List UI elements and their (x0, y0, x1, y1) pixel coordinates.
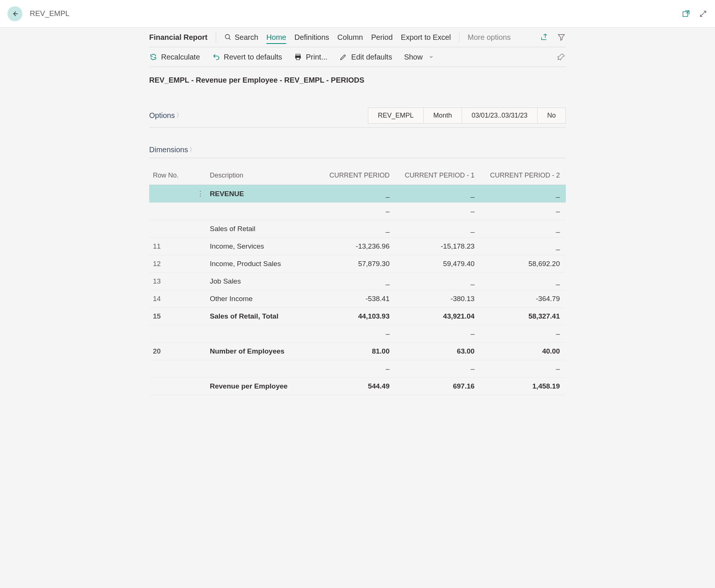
cell-rowno (149, 185, 194, 203)
arrow-left-icon (11, 10, 19, 17)
recalculate-icon (149, 53, 157, 61)
recalculate-label: Recalculate (161, 53, 200, 61)
tab-period[interactable]: Period (371, 33, 393, 42)
dimensions-toggle[interactable]: Dimensions 〉 (149, 142, 566, 158)
cell-rowno (149, 378, 194, 395)
option-box-date-range[interactable]: 03/01/23..03/31/23 (462, 108, 538, 124)
cell-value: _ (478, 220, 566, 238)
print-icon (294, 53, 302, 61)
table-row[interactable]: Revenue per Employee544.49697.161,458.19 (149, 378, 566, 395)
cell-rowno (149, 203, 194, 220)
share-icon (540, 33, 548, 41)
menu-divider-2 (459, 32, 459, 42)
pin-button[interactable] (557, 52, 566, 61)
cell-description (207, 360, 318, 378)
report-description: REV_EMPL - Revenue per Employee - REV_EM… (149, 67, 566, 89)
col-current[interactable]: CURRENT PERIOD (318, 167, 392, 185)
cell-value: 58,327.41 (478, 308, 566, 325)
table-row[interactable]: 12Income, Product Sales57,879.3059,479.4… (149, 255, 566, 273)
search-label: Search (235, 33, 258, 42)
cell-value: _ (392, 185, 477, 203)
cell-value: _ (318, 185, 392, 203)
tab-home[interactable]: Home (266, 33, 286, 44)
filter-button[interactable] (557, 33, 566, 42)
col-rowno[interactable]: Row No. (149, 167, 194, 185)
cell-value: 697.16 (392, 378, 477, 395)
option-boxes: REV_EMPL Month 03/01/23..03/31/23 No (368, 108, 566, 124)
row-menu-button (194, 290, 207, 308)
print-label: Print... (306, 53, 327, 61)
table-header-row: Row No. Description CURRENT PERIOD CURRE… (149, 167, 566, 185)
cell-description: Number of Employees (207, 343, 318, 360)
cell-rowno: 13 (149, 273, 194, 290)
chevron-down-icon (429, 53, 434, 61)
cell-description (207, 203, 318, 220)
cell-value: 63.00 (392, 343, 477, 360)
cell-value: 43,921.04 (392, 308, 477, 325)
table-row[interactable]: 11Income, Services-13,236.96-15,178.23_ (149, 238, 566, 255)
cell-value: – (392, 203, 477, 220)
row-menu-button (194, 360, 207, 378)
tab-column[interactable]: Column (337, 33, 363, 42)
export-excel-button[interactable]: Export to Excel (401, 33, 451, 42)
more-options-button[interactable]: More options (468, 33, 511, 42)
revert-button[interactable]: Revert to defaults (212, 53, 282, 61)
table-row[interactable]: 14Other Income-538.41-380.13-364.79 (149, 290, 566, 308)
search-button[interactable]: Search (224, 33, 258, 42)
option-box-report[interactable]: REV_EMPL (368, 108, 424, 124)
tab-definitions[interactable]: Definitions (294, 33, 329, 42)
cell-description: Job Sales (207, 273, 318, 290)
cell-value: -538.41 (318, 290, 392, 308)
row-menu-button (194, 378, 207, 395)
cell-description: Other Income (207, 290, 318, 308)
back-button[interactable] (7, 6, 22, 21)
table-row[interactable]: ⋮REVENUE___ (149, 185, 566, 203)
edit-icon (339, 53, 347, 61)
share-button[interactable] (540, 33, 549, 42)
table-row[interactable]: 13Job Sales___ (149, 273, 566, 290)
cell-value: -364.79 (478, 290, 566, 308)
cell-rowno: 15 (149, 308, 194, 325)
recalculate-button[interactable]: Recalculate (149, 53, 200, 61)
cell-value: 57,879.30 (318, 255, 392, 273)
cell-value: – (478, 325, 566, 343)
col-menu (194, 167, 207, 185)
print-button[interactable]: Print... (294, 53, 327, 61)
cell-description: Sales of Retail (207, 220, 318, 238)
edit-defaults-label: Edit defaults (351, 53, 392, 61)
pin-icon (557, 53, 565, 61)
cell-value: – (392, 360, 477, 378)
col-current-1[interactable]: CURRENT PERIOD - 1 (392, 167, 477, 185)
option-box-period-type[interactable]: Month (424, 108, 462, 124)
cell-value: 44,103.93 (318, 308, 392, 325)
table-row[interactable]: ––– (149, 325, 566, 343)
popout-button[interactable] (682, 9, 690, 18)
option-box-flag[interactable]: No (538, 108, 566, 124)
cell-rowno (149, 360, 194, 378)
menu-divider (216, 32, 216, 42)
row-menu-button (194, 273, 207, 290)
report-table: Row No. Description CURRENT PERIOD CURRE… (149, 167, 566, 395)
col-current-2[interactable]: CURRENT PERIOD - 2 (478, 167, 566, 185)
toolbar: Recalculate Revert to defaults Print... … (149, 47, 566, 67)
expand-button[interactable] (699, 9, 708, 18)
cell-value: _ (478, 185, 566, 203)
edit-defaults-button[interactable]: Edit defaults (339, 53, 392, 61)
options-toggle[interactable]: Options 〉 (149, 111, 182, 120)
show-dropdown[interactable]: Show (404, 53, 434, 61)
cell-value: -15,178.23 (392, 238, 477, 255)
table-row[interactable]: ––– (149, 360, 566, 378)
row-menu-button[interactable]: ⋮ (194, 185, 207, 203)
col-description[interactable]: Description (207, 167, 318, 185)
show-label: Show (404, 53, 423, 61)
table-row[interactable]: 15Sales of Retail, Total44,103.9343,921.… (149, 308, 566, 325)
cell-value: – (392, 325, 477, 343)
cell-rowno: 11 (149, 238, 194, 255)
cell-value: – (478, 203, 566, 220)
table-row[interactable]: ––– (149, 203, 566, 220)
svg-rect-2 (296, 54, 300, 56)
cell-description: Sales of Retail, Total (207, 308, 318, 325)
table-row[interactable]: Sales of Retail___ (149, 220, 566, 238)
table-row[interactable]: 20Number of Employees81.0063.0040.00 (149, 343, 566, 360)
cell-value: _ (318, 220, 392, 238)
